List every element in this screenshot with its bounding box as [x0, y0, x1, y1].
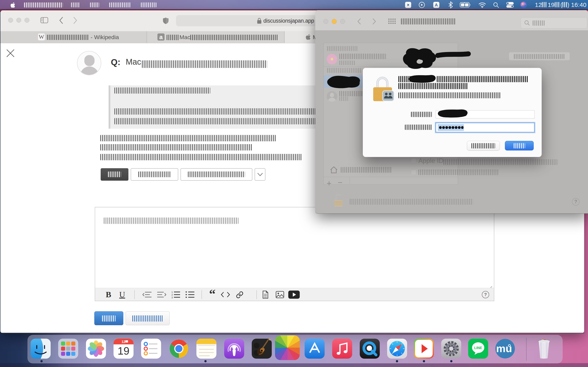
svg-text:1: 1 [172, 291, 173, 293]
svg-text:12: 12 [122, 340, 126, 344]
svg-text:?: ? [484, 292, 487, 297]
svg-text:LINE: LINE [474, 346, 482, 350]
svg-text:19: 19 [118, 345, 130, 357]
svg-text:3: 3 [172, 296, 173, 298]
svg-text:2: 2 [172, 294, 173, 296]
svg-text:A: A [435, 3, 438, 7]
